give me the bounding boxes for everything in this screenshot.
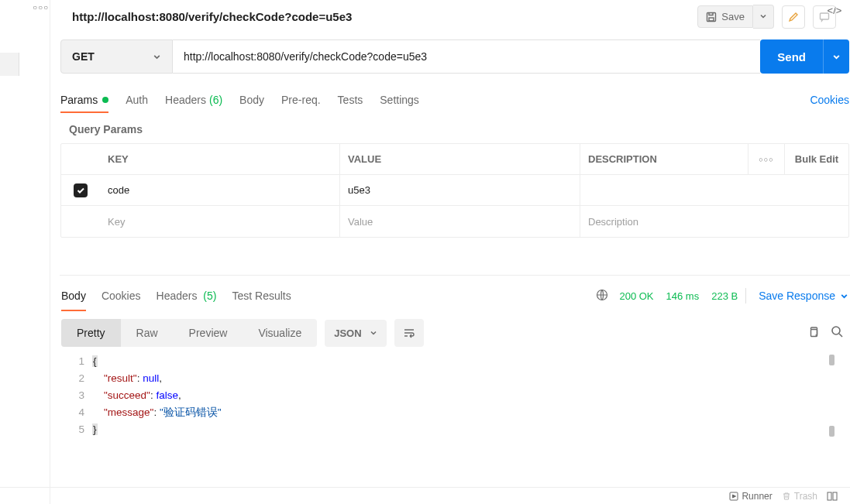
trash-button[interactable]: Trash bbox=[782, 491, 817, 502]
pencil-icon bbox=[788, 12, 799, 22]
svg-rect-1 bbox=[709, 18, 714, 21]
chevron-down-icon bbox=[832, 53, 841, 61]
wrap-icon bbox=[403, 327, 415, 338]
chevron-down-icon bbox=[759, 12, 767, 20]
more-dots-icon[interactable]: ○○○ bbox=[33, 3, 49, 12]
status-time: 146 ms bbox=[666, 290, 700, 302]
code-content: { "result": null, "succeed": false, "mes… bbox=[92, 353, 848, 438]
tab-settings[interactable]: Settings bbox=[380, 87, 419, 112]
svg-rect-0 bbox=[707, 12, 716, 21]
play-icon bbox=[729, 492, 738, 501]
topbar: http://localhost:8080/verify/checkCode?c… bbox=[60, 0, 850, 39]
cookies-link[interactable]: Cookies bbox=[810, 94, 849, 106]
svg-rect-7 bbox=[828, 492, 831, 500]
wrap-lines-button[interactable] bbox=[394, 319, 424, 347]
runner-button[interactable]: Runner bbox=[729, 491, 772, 502]
tab-body[interactable]: Body bbox=[239, 87, 264, 112]
params-header-row: KEY VALUE DESCRIPTION ○○○ Bulk Edit bbox=[61, 144, 848, 175]
chevron-down-icon bbox=[370, 329, 377, 337]
bulk-edit[interactable]: Bulk Edit bbox=[785, 153, 848, 165]
params-table: KEY VALUE DESCRIPTION ○○○ Bulk Edit code… bbox=[60, 143, 849, 238]
chevron-down-icon bbox=[840, 292, 848, 300]
panes-icon bbox=[827, 492, 838, 501]
tab-auth[interactable]: Auth bbox=[126, 87, 148, 112]
status-code: 200 OK bbox=[619, 290, 653, 302]
left-rail: ○○○ bbox=[0, 0, 50, 504]
svg-rect-2 bbox=[821, 13, 829, 19]
param-value-placeholder[interactable]: Value bbox=[340, 206, 580, 237]
url-input[interactable] bbox=[173, 39, 760, 74]
method-select[interactable]: GET bbox=[60, 39, 173, 74]
line-gutter: 12345 bbox=[61, 353, 92, 438]
view-visualize[interactable]: Visualize bbox=[243, 319, 317, 347]
globe-icon[interactable] bbox=[596, 289, 608, 303]
col-value: VALUE bbox=[340, 144, 580, 174]
param-key-placeholder[interactable]: Key bbox=[100, 206, 340, 237]
tab-params[interactable]: Params bbox=[60, 87, 108, 112]
view-mode-group: Pretty Raw Preview Visualize bbox=[61, 319, 317, 347]
row-checkbox[interactable] bbox=[74, 183, 88, 197]
comment-icon bbox=[819, 12, 830, 22]
comment-button[interactable] bbox=[813, 5, 836, 29]
main-panel: http://localhost:8080/verify/checkCode?c… bbox=[60, 0, 850, 487]
edit-button[interactable] bbox=[782, 5, 805, 29]
search-icon[interactable] bbox=[831, 325, 844, 341]
tab-prereq[interactable]: Pre-req. bbox=[281, 87, 321, 112]
format-select[interactable]: JSON bbox=[325, 320, 386, 347]
scrollbar-thumb[interactable] bbox=[829, 355, 835, 365]
collapsed-tab[interactable] bbox=[0, 53, 19, 76]
view-pretty[interactable]: Pretty bbox=[61, 319, 121, 347]
svg-point-5 bbox=[832, 327, 840, 334]
param-desc-placeholder[interactable]: Description bbox=[580, 206, 748, 237]
view-raw[interactable]: Raw bbox=[121, 319, 174, 347]
resp-tab-tests[interactable]: Test Results bbox=[232, 283, 291, 308]
status-bar: Runner Trash bbox=[0, 487, 850, 504]
save-icon bbox=[706, 12, 717, 22]
param-value[interactable]: u5e3 bbox=[340, 175, 580, 205]
response-pane: Body Cookies Headers (5) Test Results 20… bbox=[60, 275, 850, 438]
col-key: KEY bbox=[100, 144, 340, 174]
save-response[interactable]: Save Response bbox=[759, 290, 848, 302]
view-preview[interactable]: Preview bbox=[174, 319, 243, 347]
params-indicator bbox=[102, 97, 108, 103]
response-body[interactable]: 12345 { "result": null, "succeed": false… bbox=[61, 353, 848, 438]
save-button[interactable]: Save bbox=[697, 5, 753, 28]
resp-tab-cookies[interactable]: Cookies bbox=[102, 283, 141, 308]
send-dropdown[interactable] bbox=[823, 39, 849, 74]
param-desc[interactable] bbox=[580, 175, 748, 205]
table-row-new[interactable]: Key Value Description bbox=[61, 206, 848, 237]
send-button[interactable]: Send bbox=[760, 39, 823, 74]
scrollbar-thumb[interactable] bbox=[829, 426, 835, 437]
tab-tests[interactable]: Tests bbox=[338, 87, 363, 112]
col-options[interactable]: ○○○ bbox=[748, 144, 785, 174]
param-key[interactable]: code bbox=[100, 175, 340, 205]
request-tabs: Params Auth Headers(6) Body Pre-req. Tes… bbox=[60, 87, 850, 112]
status-size: 223 B bbox=[711, 290, 738, 302]
chevron-down-icon bbox=[153, 53, 161, 61]
col-desc: DESCRIPTION bbox=[580, 144, 748, 174]
trash-icon bbox=[782, 492, 791, 501]
copy-icon[interactable] bbox=[807, 326, 820, 341]
table-row: code u5e3 bbox=[61, 175, 848, 206]
response-tabs: Body Cookies Headers (5) Test Results 20… bbox=[60, 283, 850, 308]
query-params-title: Query Params bbox=[69, 123, 850, 135]
resp-tab-body[interactable]: Body bbox=[61, 283, 86, 308]
view-controls: Pretty Raw Preview Visualize JSON bbox=[61, 319, 848, 347]
check-icon bbox=[76, 186, 85, 195]
resp-tab-headers[interactable]: Headers (5) bbox=[157, 283, 217, 308]
tab-headers[interactable]: Headers(6) bbox=[165, 87, 222, 112]
save-dropdown[interactable] bbox=[753, 5, 774, 29]
url-bar: GET Send bbox=[60, 39, 849, 74]
svg-rect-8 bbox=[833, 492, 837, 500]
request-title: http://localhost:8080/verify/checkCode?c… bbox=[71, 10, 697, 23]
panes-button[interactable] bbox=[827, 492, 841, 501]
